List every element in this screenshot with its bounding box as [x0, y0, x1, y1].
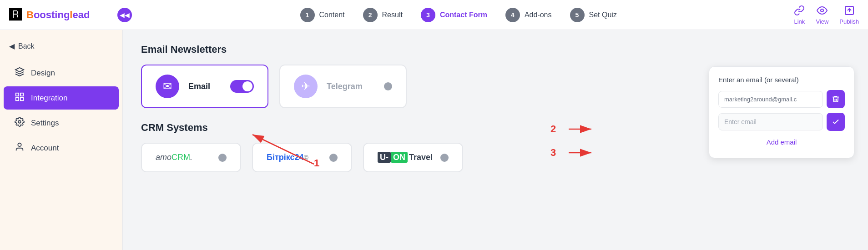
uon-logo: U-ONTravel — [378, 153, 433, 162]
add-email-button[interactable]: Add email — [718, 135, 845, 149]
email-icon: ✉ — [156, 75, 179, 98]
svg-rect-4 — [20, 93, 23, 96]
logo-text: Boostinglead — [26, 9, 90, 21]
main-layout: ◀ Back Design Integ — [0, 30, 868, 250]
uon-toggle[interactable] — [440, 154, 449, 162]
publish-icon — [844, 5, 855, 17]
account-icon — [15, 142, 25, 154]
svg-rect-5 — [20, 98, 23, 100]
nav-steps: 1 Content 2 Result 3 Contact Form 4 Add-… — [132, 8, 785, 22]
svg-point-8 — [18, 143, 21, 146]
step-3-circle: 3 — [421, 8, 435, 22]
sidebar: ◀ Back Design Integ — [0, 30, 123, 250]
new-email-input[interactable] — [718, 113, 823, 130]
email-integration-name: Email — [188, 82, 221, 91]
step-content[interactable]: 1 Content — [300, 8, 345, 22]
step-contact-form[interactable]: 3 Contact Form — [421, 8, 487, 22]
step-1-label: Content — [319, 11, 345, 19]
amocrm-toggle[interactable] — [218, 154, 227, 162]
step-4-label: Add-ons — [525, 11, 552, 19]
existing-email-input[interactable] — [718, 91, 823, 108]
step-4-circle: 4 — [505, 8, 520, 22]
bitrix24-card[interactable]: Бітрікс24© — [252, 143, 352, 172]
logo-area: 🅱 Boostinglead ◀◀ — [9, 7, 132, 22]
step-3-label: Contact Form — [440, 11, 487, 19]
sidebar-item-settings[interactable]: Settings — [4, 111, 119, 135]
view-icon — [817, 5, 828, 17]
svg-rect-3 — [16, 93, 19, 96]
email-section-title: Email Newsletters — [141, 44, 850, 55]
amocrm-logo: amoCRM. — [156, 153, 192, 162]
svg-point-0 — [821, 9, 823, 12]
link-icon — [794, 5, 805, 17]
new-email-row — [718, 113, 845, 131]
step-5-circle: 5 — [570, 8, 585, 22]
design-icon — [15, 67, 25, 79]
email-toggle[interactable] — [230, 80, 254, 93]
svg-point-7 — [18, 120, 21, 123]
sidebar-item-account[interactable]: Account — [4, 136, 119, 160]
step-set-quiz[interactable]: 5 Set Quiz — [570, 8, 617, 22]
step-5-label: Set Quiz — [589, 11, 617, 19]
telegram-icon: ✈ — [294, 75, 318, 98]
main-content: Email Newsletters ✉ Email ✈ Telegram CRM… — [123, 30, 868, 250]
step-2-label: Result — [382, 11, 403, 19]
back-arrow-icon: ◀ — [9, 42, 15, 50]
integration-icon — [15, 92, 25, 104]
header-actions: Link View Publish — [794, 5, 859, 25]
delete-email-button[interactable] — [827, 90, 845, 108]
bitrix24-toggle[interactable] — [329, 154, 338, 162]
telegram-integration-card[interactable]: ✈ Telegram — [279, 65, 407, 108]
sidebar-item-design[interactable]: Design — [4, 61, 119, 85]
svg-rect-6 — [16, 98, 19, 100]
back-button[interactable]: ◀ Back — [0, 37, 122, 55]
amocrm-card[interactable]: amoCRM. — [141, 143, 241, 172]
email-panel-title: Enter an email (or several) — [718, 76, 845, 84]
link-button[interactable]: Link — [794, 5, 805, 25]
view-button[interactable]: View — [816, 5, 828, 25]
step-1-circle: 1 — [300, 8, 315, 22]
confirm-email-button[interactable] — [827, 113, 845, 131]
telegram-toggle[interactable] — [384, 82, 392, 90]
sidebar-item-integration[interactable]: Integration — [4, 86, 119, 110]
bitrix24-logo: Бітрікс24© — [267, 153, 308, 162]
step-addons[interactable]: 4 Add-ons — [505, 8, 552, 22]
publish-button[interactable]: Publish — [839, 5, 859, 25]
settings-icon — [15, 117, 25, 129]
existing-email-row — [718, 90, 845, 108]
logo-icon: 🅱 — [9, 7, 22, 22]
svg-marker-2 — [15, 68, 24, 72]
telegram-integration-name: Telegram — [327, 82, 375, 91]
email-integration-card[interactable]: ✉ Email — [141, 65, 268, 108]
uon-card[interactable]: U-ONTravel — [363, 143, 463, 172]
email-panel: Enter an email (or several) — [709, 66, 854, 158]
top-header: 🅱 Boostinglead ◀◀ 1 Content 2 Result 3 C… — [0, 0, 868, 30]
step-result[interactable]: 2 Result — [363, 8, 403, 22]
collapse-button[interactable]: ◀◀ — [117, 8, 132, 22]
step-2-circle: 2 — [363, 8, 378, 22]
